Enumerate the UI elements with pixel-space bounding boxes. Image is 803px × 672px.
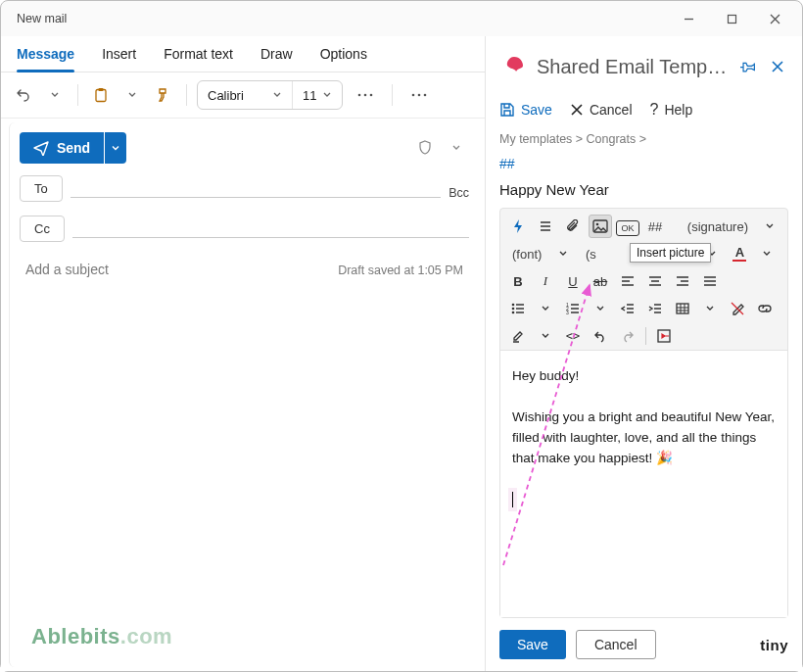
number-chevron[interactable]: [589, 297, 612, 320]
svg-point-8: [424, 94, 427, 97]
cc-button[interactable]: Cc: [20, 216, 65, 242]
font-chevron[interactable]: [551, 242, 575, 265]
svg-point-4: [364, 94, 367, 97]
hash-marker: ##: [499, 156, 788, 171]
encrypt-button[interactable]: [412, 135, 438, 161]
toolbar-overflow-2[interactable]: [402, 82, 436, 108]
draft-status: Draft saved at 1:05 PM: [338, 264, 463, 277]
align-justify-button[interactable]: [698, 269, 722, 293]
subject-input[interactable]: Add a subject: [25, 262, 109, 277]
undo-dropdown[interactable]: [42, 82, 68, 108]
svg-text:3: 3: [566, 310, 569, 314]
italic-button[interactable]: I: [534, 269, 557, 293]
align-center-button[interactable]: [643, 269, 667, 293]
undo-button[interactable]: [11, 82, 36, 108]
ablebits-watermark: Ablebits.com: [31, 624, 172, 649]
editor-content[interactable]: Hey buddy! Wishing you a bright and beau…: [500, 350, 787, 617]
attach-icon[interactable]: [561, 215, 585, 238]
format-painter-button[interactable]: [151, 82, 176, 108]
ribbon-tabs: Message Insert Format text Draw Options: [1, 36, 485, 72]
minimize-button[interactable]: [667, 4, 710, 33]
editor-undo-button[interactable]: [589, 324, 612, 348]
svg-point-3: [358, 94, 361, 97]
body-paragraph: Wishing you a bright and beautiful New Y…: [512, 408, 776, 469]
macro-button[interactable]: ##: [643, 215, 667, 238]
svg-point-12: [512, 308, 515, 311]
font-color-button[interactable]: A: [728, 242, 751, 265]
tab-options[interactable]: Options: [320, 40, 367, 72]
paste-dropdown[interactable]: [119, 82, 145, 108]
signature-dropdown[interactable]: (signature): [682, 215, 754, 238]
exit-button[interactable]: [652, 324, 676, 348]
action-cancel[interactable]: Cancel: [570, 102, 633, 118]
table-button[interactable]: [671, 297, 694, 320]
strike-button[interactable]: ab: [589, 269, 612, 293]
font-dropdown[interactable]: (font): [506, 242, 547, 265]
ok-badge-button[interactable]: OK: [616, 220, 639, 236]
breadcrumbs[interactable]: My templates > Congrats >: [499, 132, 788, 146]
tab-format-text[interactable]: Format text: [164, 40, 233, 72]
number-list-button[interactable]: 123: [561, 297, 585, 320]
to-input[interactable]: [71, 197, 441, 198]
svg-rect-2: [99, 88, 104, 91]
template-editor: OK ## (signature) (font): [499, 208, 788, 618]
pin-button[interactable]: [737, 56, 759, 77]
underline-button[interactable]: U: [561, 269, 585, 293]
tab-draw[interactable]: Draw: [260, 40, 293, 72]
compose-pane: Message Insert Format text Draw Options: [1, 36, 485, 671]
svg-point-5: [370, 94, 373, 97]
link-button[interactable]: [753, 297, 777, 320]
action-save[interactable]: Save: [499, 102, 552, 118]
panel-close-button[interactable]: [767, 56, 788, 77]
compose-body: Send To Bcc: [9, 122, 481, 667]
tiny-logo: tiny: [760, 637, 788, 653]
align-right-button[interactable]: [671, 269, 694, 293]
outdent-button[interactable]: [616, 297, 639, 320]
font-picker[interactable]: Calibri 11: [197, 80, 343, 110]
align-left-button[interactable]: [616, 269, 639, 293]
insert-picture-button[interactable]: [589, 215, 612, 238]
bullet-chevron[interactable]: [534, 297, 557, 320]
highlight-button[interactable]: [506, 324, 530, 348]
font-color-chevron[interactable]: [755, 242, 779, 265]
footer-cancel-button[interactable]: Cancel: [576, 630, 656, 659]
svg-point-7: [418, 94, 421, 97]
paste-button[interactable]: [88, 82, 114, 108]
templates-panel: Shared Email Temp… Save Cancel: [485, 36, 802, 671]
text-caret: [512, 492, 513, 507]
fields-icon[interactable]: [534, 215, 557, 238]
template-title[interactable]: Happy New Year: [499, 181, 788, 198]
indent-button[interactable]: [643, 297, 667, 320]
to-button[interactable]: To: [20, 175, 63, 202]
compose-toolbar: Calibri 11: [1, 72, 485, 119]
footer-save-button[interactable]: Save: [499, 630, 566, 659]
editor-redo-button[interactable]: [616, 324, 639, 348]
send-button[interactable]: Send: [20, 132, 104, 164]
send-dropdown-button[interactable]: [105, 132, 126, 164]
encrypt-dropdown[interactable]: [444, 135, 469, 161]
svg-point-10: [596, 223, 599, 226]
svg-rect-0: [728, 15, 735, 23]
signature-chevron[interactable]: [758, 215, 781, 238]
bold-button[interactable]: B: [506, 269, 530, 293]
font-name: Calibri: [208, 88, 244, 103]
source-code-button[interactable]: <>: [561, 324, 585, 348]
tab-message[interactable]: Message: [17, 40, 74, 72]
clear-format-button[interactable]: [726, 297, 749, 320]
cc-input[interactable]: [72, 237, 469, 238]
highlight-chevron[interactable]: [534, 324, 557, 348]
window-title: New mail: [17, 12, 667, 25]
bolt-icon[interactable]: [506, 215, 530, 238]
toolbar-overflow-1[interactable]: [349, 82, 382, 108]
bullet-list-button[interactable]: [506, 297, 530, 320]
table-chevron[interactable]: [698, 297, 722, 320]
panel-actions: Save Cancel ? Help: [499, 101, 788, 119]
maximize-button[interactable]: [710, 4, 753, 33]
bcc-button[interactable]: Bcc: [449, 186, 469, 202]
close-button[interactable]: [753, 4, 796, 33]
action-help[interactable]: ? Help: [650, 101, 693, 119]
size-dropdown[interactable]: (s: [579, 242, 602, 265]
svg-point-11: [512, 304, 515, 307]
tab-insert[interactable]: Insert: [102, 40, 136, 72]
send-label: Send: [57, 140, 90, 156]
